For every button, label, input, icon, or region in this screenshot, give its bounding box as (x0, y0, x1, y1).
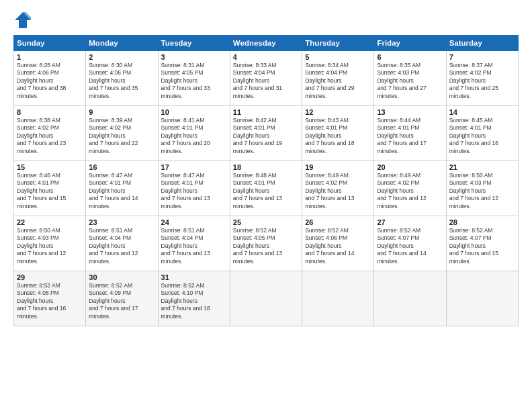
header-wednesday: Wednesday (230, 36, 302, 51)
calendar-cell: 1 Sunrise: 8:28 AMSunset: 4:06 PMDayligh… (14, 51, 86, 106)
calendar-cell: 27 Sunrise: 8:52 AMSunset: 4:07 PMDaylig… (374, 216, 446, 271)
day-info: Sunrise: 8:42 AMSunset: 4:01 PMDaylight … (233, 117, 299, 155)
day-number: 11 (233, 108, 299, 116)
header-thursday: Thursday (302, 36, 374, 51)
day-info: Sunrise: 8:47 AMSunset: 4:01 PMDaylight … (161, 172, 227, 210)
calendar-cell: 29 Sunrise: 8:52 AMSunset: 4:08 PMDaylig… (14, 271, 86, 326)
day-info: Sunrise: 8:43 AMSunset: 4:01 PMDaylight … (305, 117, 371, 155)
day-info: Sunrise: 8:39 AMSunset: 4:02 PMDaylight … (89, 117, 154, 155)
calendar-cell: 10 Sunrise: 8:41 AMSunset: 4:01 PMDaylig… (158, 106, 230, 161)
day-info: Sunrise: 8:48 AMSunset: 4:01 PMDaylight … (233, 172, 299, 210)
day-number: 10 (161, 108, 227, 116)
week-row-4: 29 Sunrise: 8:52 AMSunset: 4:08 PMDaylig… (14, 271, 519, 326)
day-number: 18 (233, 163, 299, 171)
calendar-cell (374, 271, 446, 326)
week-row-2: 15 Sunrise: 8:46 AMSunset: 4:01 PMDaylig… (14, 161, 519, 216)
calendar-cell: 17 Sunrise: 8:47 AMSunset: 4:01 PMDaylig… (158, 161, 230, 216)
calendar-cell: 2 Sunrise: 8:30 AMSunset: 4:06 PMDayligh… (86, 51, 158, 106)
day-info: Sunrise: 8:34 AMSunset: 4:04 PMDaylight … (305, 62, 371, 100)
calendar-cell: 22 Sunrise: 8:50 AMSunset: 4:03 PMDaylig… (14, 216, 86, 271)
day-number: 5 (305, 53, 371, 61)
day-number: 4 (233, 53, 299, 61)
day-info: Sunrise: 8:52 AMSunset: 4:05 PMDaylight … (233, 227, 299, 265)
calendar-cell: 24 Sunrise: 8:51 AMSunset: 4:04 PMDaylig… (158, 216, 230, 271)
calendar-cell: 30 Sunrise: 8:52 AMSunset: 4:09 PMDaylig… (86, 271, 158, 326)
day-info: Sunrise: 8:35 AMSunset: 4:03 PMDaylight … (377, 62, 443, 100)
calendar-cell: 31 Sunrise: 8:52 AMSunset: 4:10 PMDaylig… (158, 271, 230, 326)
day-info: Sunrise: 8:52 AMSunset: 4:09 PMDaylight … (89, 282, 154, 320)
calendar-cell: 18 Sunrise: 8:48 AMSunset: 4:01 PMDaylig… (230, 161, 302, 216)
svg-marker-0 (15, 12, 31, 28)
calendar-cell: 8 Sunrise: 8:38 AMSunset: 4:02 PMDayligh… (14, 106, 86, 161)
day-number: 29 (17, 273, 83, 281)
calendar-cell: 21 Sunrise: 8:50 AMSunset: 4:03 PMDaylig… (446, 161, 518, 216)
day-number: 19 (305, 163, 371, 171)
day-number: 23 (89, 218, 154, 226)
day-info: Sunrise: 8:49 AMSunset: 4:02 PMDaylight … (305, 172, 371, 210)
day-info: Sunrise: 8:33 AMSunset: 4:04 PMDaylight … (233, 62, 299, 100)
calendar-table: SundayMondayTuesdayWednesdayThursdayFrid… (13, 35, 519, 326)
day-number: 24 (161, 218, 227, 226)
day-info: Sunrise: 8:41 AMSunset: 4:01 PMDaylight … (161, 117, 227, 155)
day-number: 15 (17, 163, 83, 171)
calendar-cell: 9 Sunrise: 8:39 AMSunset: 4:02 PMDayligh… (86, 106, 158, 161)
header (13, 11, 519, 30)
day-info: Sunrise: 8:30 AMSunset: 4:06 PMDaylight … (89, 62, 154, 100)
day-number: 21 (449, 163, 515, 171)
day-info: Sunrise: 8:44 AMSunset: 4:01 PMDaylight … (377, 117, 443, 155)
day-number: 25 (233, 218, 299, 226)
day-info: Sunrise: 8:52 AMSunset: 4:10 PMDaylight … (161, 282, 227, 320)
day-info: Sunrise: 8:50 AMSunset: 4:03 PMDaylight … (17, 227, 83, 265)
calendar-body: 1 Sunrise: 8:28 AMSunset: 4:06 PMDayligh… (14, 51, 519, 326)
calendar-cell: 14 Sunrise: 8:45 AMSunset: 4:01 PMDaylig… (446, 106, 518, 161)
day-info: Sunrise: 8:37 AMSunset: 4:02 PMDaylight … (449, 62, 515, 100)
day-info: Sunrise: 8:52 AMSunset: 4:07 PMDaylight … (377, 227, 443, 265)
calendar-cell: 5 Sunrise: 8:34 AMSunset: 4:04 PMDayligh… (302, 51, 374, 106)
calendar-cell: 6 Sunrise: 8:35 AMSunset: 4:03 PMDayligh… (374, 51, 446, 106)
day-number: 26 (305, 218, 371, 226)
day-number: 12 (305, 108, 371, 116)
day-info: Sunrise: 8:28 AMSunset: 4:06 PMDaylight … (17, 62, 83, 100)
header-sunday: Sunday (14, 36, 86, 51)
day-info: Sunrise: 8:45 AMSunset: 4:01 PMDaylight … (449, 117, 515, 155)
calendar-cell: 28 Sunrise: 8:52 AMSunset: 4:07 PMDaylig… (446, 216, 518, 271)
week-row-3: 22 Sunrise: 8:50 AMSunset: 4:03 PMDaylig… (14, 216, 519, 271)
calendar-cell: 23 Sunrise: 8:51 AMSunset: 4:04 PMDaylig… (86, 216, 158, 271)
calendar-cell: 20 Sunrise: 8:49 AMSunset: 4:02 PMDaylig… (374, 161, 446, 216)
calendar-cell: 26 Sunrise: 8:52 AMSunset: 4:06 PMDaylig… (302, 216, 374, 271)
header-tuesday: Tuesday (158, 36, 230, 51)
header-row: SundayMondayTuesdayWednesdayThursdayFrid… (14, 36, 519, 51)
logo-icon (13, 11, 32, 30)
calendar-cell (230, 271, 302, 326)
day-info: Sunrise: 8:52 AMSunset: 4:06 PMDaylight … (305, 227, 371, 265)
calendar-cell: 12 Sunrise: 8:43 AMSunset: 4:01 PMDaylig… (302, 106, 374, 161)
day-number: 27 (377, 218, 443, 226)
day-number: 28 (449, 218, 515, 226)
day-info: Sunrise: 8:38 AMSunset: 4:02 PMDaylight … (17, 117, 83, 155)
day-info: Sunrise: 8:52 AMSunset: 4:07 PMDaylight … (449, 227, 515, 265)
day-number: 31 (161, 273, 227, 281)
calendar-cell: 19 Sunrise: 8:49 AMSunset: 4:02 PMDaylig… (302, 161, 374, 216)
day-info: Sunrise: 8:52 AMSunset: 4:08 PMDaylight … (17, 282, 83, 320)
day-number: 9 (89, 108, 154, 116)
calendar-cell: 13 Sunrise: 8:44 AMSunset: 4:01 PMDaylig… (374, 106, 446, 161)
day-number: 30 (89, 273, 154, 281)
day-number: 20 (377, 163, 443, 171)
calendar-cell: 25 Sunrise: 8:52 AMSunset: 4:05 PMDaylig… (230, 216, 302, 271)
day-info: Sunrise: 8:47 AMSunset: 4:01 PMDaylight … (89, 172, 154, 210)
calendar-cell (302, 271, 374, 326)
day-number: 3 (161, 53, 227, 61)
header-friday: Friday (374, 36, 446, 51)
calendar-page: SundayMondayTuesdayWednesdayThursdayFrid… (0, 0, 532, 411)
day-info: Sunrise: 8:49 AMSunset: 4:02 PMDaylight … (377, 172, 443, 210)
calendar-cell: 4 Sunrise: 8:33 AMSunset: 4:04 PMDayligh… (230, 51, 302, 106)
day-number: 1 (17, 53, 83, 61)
calendar-cell: 11 Sunrise: 8:42 AMSunset: 4:01 PMDaylig… (230, 106, 302, 161)
logo (13, 11, 35, 30)
calendar-cell: 15 Sunrise: 8:46 AMSunset: 4:01 PMDaylig… (14, 161, 86, 216)
day-number: 6 (377, 53, 443, 61)
day-info: Sunrise: 8:31 AMSunset: 4:05 PMDaylight … (161, 62, 227, 100)
week-row-1: 8 Sunrise: 8:38 AMSunset: 4:02 PMDayligh… (14, 106, 519, 161)
day-number: 2 (89, 53, 154, 61)
day-number: 7 (449, 53, 515, 61)
